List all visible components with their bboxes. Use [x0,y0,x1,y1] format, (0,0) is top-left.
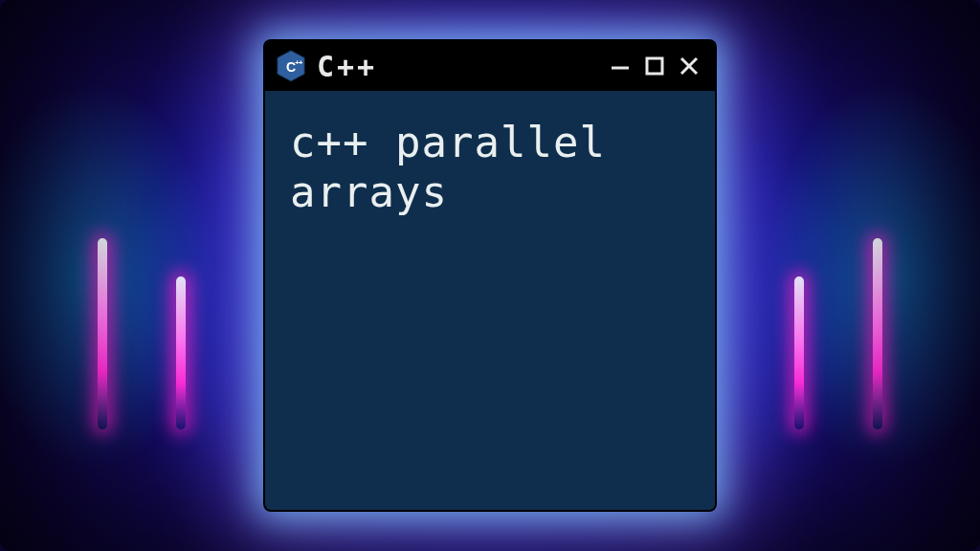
svg-rect-5 [647,58,662,74]
window-controls [608,54,702,78]
app-window: C + + C++ c++ parallel arrays [265,41,715,510]
neon-pillar [176,276,186,430]
body-text: c++ parallel arrays [290,118,690,217]
titlebar[interactable]: C + + C++ [265,41,715,91]
neon-pillar [873,238,882,430]
svg-text:+: + [299,58,303,67]
neon-pillar [794,276,804,430]
close-button[interactable] [677,54,702,78]
maximize-button[interactable] [642,54,667,78]
window-title: C++ [317,50,377,83]
window-body: c++ parallel arrays [265,91,715,510]
cpp-hex-icon: C + + [277,50,305,82]
minimize-button[interactable] [608,54,633,78]
neon-pillar [98,238,107,430]
